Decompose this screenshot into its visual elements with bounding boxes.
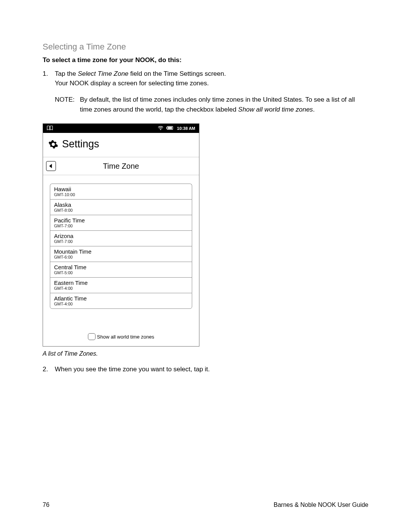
note-body: By default, the list of time zones inclu… [80,95,368,114]
timezone-item[interactable]: Mountain Time GMT-6:00 [50,246,192,262]
timezone-gmt: GMT-4:00 [54,286,188,291]
step1-line2: Your NOOK display a screen for selecting… [55,80,209,87]
step-body: When you see the time zone you want to s… [55,365,368,374]
step-number: 2. [43,365,55,374]
timezone-gmt: GMT-5:00 [54,270,188,275]
timezone-name: Central Time [54,264,188,270]
settings-title: Settings [62,138,99,150]
step-body: Tap the Select Time Zone field on the Ti… [55,69,368,88]
settings-header: Settings [43,133,199,157]
timezone-name: Alaska [54,201,188,208]
timezone-gmt: GMT-8:00 [54,208,188,212]
step1-text-a: Tap the [55,70,78,77]
step-number: 1. [43,69,55,88]
steps-list-2: 2. When you see the time zone you want t… [43,365,368,374]
show-all-label: Show all world time zones [97,334,154,340]
timezone-name: Pacific Time [54,217,188,224]
page-number: 76 [43,502,49,508]
timezone-gmt: GMT-6:00 [54,255,188,259]
back-button[interactable] [46,161,56,171]
svg-rect-3 [168,127,172,129]
battery-icon [166,126,174,131]
timezone-name: Mountain Time [54,248,188,255]
svg-point-0 [160,129,161,130]
step1-text-b: field on the Time Settings screen. [129,70,226,77]
timezone-item[interactable]: Hawaii GMT-10:00 [50,184,192,199]
document-page: Selecting a Time Zone To select a time z… [0,0,411,532]
show-all-checkbox[interactable] [88,333,96,340]
timezone-name: Arizona [54,233,188,239]
wifi-icon [158,126,163,131]
timezone-name: Atlantic Time [54,295,188,302]
section-heading: Selecting a Time Zone [43,42,368,52]
page-footer: 76 Barnes & Noble NOOK User Guide [43,502,368,508]
steps-list: 1. Tap the Select Time Zone field on the… [43,69,368,88]
timezone-name: Eastern Time [54,280,188,286]
timezone-gmt: GMT-7:00 [54,224,188,228]
status-bar: 10:38 AM [43,124,199,133]
svg-rect-2 [166,127,167,129]
timezone-name: Hawaii [54,186,188,192]
timezone-list: Hawaii GMT-10:00 Alaska GMT-8:00 Pacific… [43,175,199,328]
timezone-item[interactable]: Pacific Time GMT-7:00 [50,215,192,230]
note-text-b: . [313,106,315,113]
note-label: NOTE: [55,95,80,114]
timezone-gmt: GMT-7:00 [54,239,188,244]
device-screenshot: 10:38 AM Settings Time Zone Hawaii GMT-1… [43,123,199,347]
note-italic: Show all world time zones [238,106,313,113]
book-icon [47,126,53,131]
subheader: Time Zone [43,157,199,175]
timezone-item[interactable]: Atlantic Time GMT-4:00 [50,293,192,309]
note-block: NOTE: By default, the list of time zones… [55,95,368,114]
step-1: 1. Tap the Select Time Zone field on the… [43,69,368,88]
svg-point-4 [53,143,54,145]
status-time: 10:38 AM [177,126,195,131]
timezone-item[interactable]: Eastern Time GMT-4:00 [50,277,192,293]
step-2: 2. When you see the time zone you want t… [43,365,368,374]
figure-caption: A list of Time Zones. [43,350,368,357]
timezone-gmt: GMT-10:00 [54,192,188,197]
timezone-gmt: GMT-4:00 [54,302,188,306]
step1-italic: Select Time Zone [78,70,129,77]
timezone-item[interactable]: Arizona GMT-7:00 [50,230,192,246]
footer-title: Barnes & Noble NOOK User Guide [274,502,368,508]
timezone-item[interactable]: Central Time GMT-5:00 [50,262,192,277]
intro-bold: To select a time zone for your NOOK, do … [43,56,368,64]
subheader-title: Time Zone [56,162,196,171]
timezone-item[interactable]: Alaska GMT-8:00 [50,199,192,215]
gear-icon [48,139,58,149]
show-all-row: Show all world time zones [43,328,199,346]
